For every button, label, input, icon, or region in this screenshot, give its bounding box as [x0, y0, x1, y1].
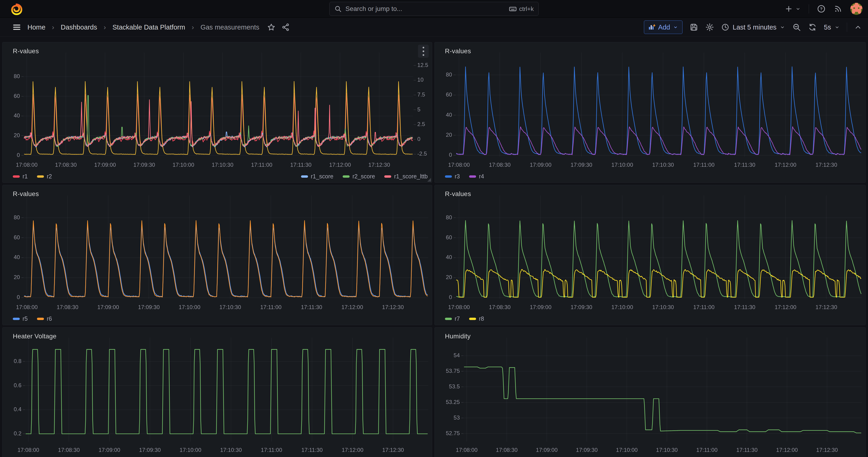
- panel-resize-handle[interactable]: [427, 178, 431, 182]
- toolbar-actions: Add Last 5 minutes: [644, 21, 868, 34]
- favorite-button[interactable]: [267, 23, 276, 31]
- legend-label: r1_score_lttb: [394, 173, 428, 180]
- dashboard-settings-button[interactable]: [705, 23, 714, 32]
- search-shortcut: ctrl+k: [509, 5, 534, 13]
- panel-title[interactable]: R-values: [13, 48, 39, 55]
- chart-canvas[interactable]: [435, 328, 865, 457]
- dashboard-toolbar: Home › Dashboards › Stackable Data Platf…: [0, 18, 868, 37]
- settings-icon: [705, 23, 714, 32]
- help-icon: ?: [817, 4, 826, 13]
- legend-item-r2[interactable]: r2: [37, 173, 52, 180]
- panel-title[interactable]: Humidity: [445, 333, 471, 340]
- chart-canvas[interactable]: [3, 42, 432, 183]
- time-range-picker[interactable]: Last 5 minutes: [721, 23, 785, 31]
- share-button[interactable]: [281, 23, 290, 31]
- legend-item-r1_score[interactable]: r1_score: [301, 173, 333, 180]
- legend-item-r1_score_lttb[interactable]: r1_score_lttb: [384, 173, 428, 180]
- zoom-out-button[interactable]: [792, 23, 801, 32]
- breadcrumb-home[interactable]: Home: [27, 24, 45, 31]
- panel-r-values-4: R-values r7r8: [434, 185, 866, 325]
- legend-label: r8: [479, 315, 484, 322]
- chevron-down-icon: [780, 24, 785, 30]
- topbar-actions: ?: [784, 0, 862, 18]
- chevron-up-icon: [854, 23, 862, 31]
- legend-label: r4: [479, 173, 484, 180]
- legend-swatch: [469, 175, 476, 178]
- legend-item-r6[interactable]: r6: [37, 315, 52, 322]
- legend: r5r6: [13, 315, 52, 322]
- legend-item-r2_score[interactable]: r2_score: [343, 173, 375, 180]
- help-button[interactable]: ?: [817, 4, 826, 13]
- chevron-down-icon: [795, 6, 801, 12]
- legend-label: r2_score: [352, 173, 375, 180]
- legend-right: r1_scorer2_scorer1_score_lttb: [301, 173, 428, 180]
- search-placeholder: Search or jump to...: [345, 5, 505, 12]
- refresh-interval-label: 5s: [824, 24, 831, 31]
- legend-item-r8[interactable]: r8: [469, 315, 484, 322]
- panel-r-values-3: R-values r5r6: [2, 185, 432, 325]
- legend-item-r4[interactable]: r4: [469, 173, 484, 180]
- add-panel-icon: [648, 24, 655, 31]
- chart-canvas[interactable]: [435, 42, 865, 183]
- search-icon: [334, 5, 342, 12]
- panel-title[interactable]: Heater Voltage: [13, 333, 57, 340]
- legend-label: r1: [23, 173, 28, 180]
- legend-item-r1[interactable]: r1: [13, 173, 28, 180]
- panel-title[interactable]: R-values: [13, 190, 39, 198]
- grafana-logo[interactable]: [10, 3, 23, 16]
- breadcrumb-separator: ›: [51, 23, 55, 31]
- panel-title[interactable]: R-values: [445, 48, 471, 55]
- save-dashboard-button[interactable]: [689, 23, 698, 32]
- panel-r-values-1: R-values r1r2 r1_scorer2_scorer1_score_l…: [2, 42, 432, 183]
- new-button[interactable]: [784, 5, 801, 13]
- breadcrumb-dashboards[interactable]: Dashboards: [61, 24, 97, 31]
- mega-menu-button[interactable]: [12, 23, 21, 32]
- breadcrumb-folder[interactable]: Stackable Data Platform: [113, 24, 185, 31]
- legend-label: r5: [23, 315, 28, 322]
- menu-icon: [12, 23, 21, 32]
- share-icon: [281, 23, 290, 31]
- legend-swatch: [13, 175, 20, 178]
- star-icon: [267, 23, 276, 31]
- legend-swatch: [13, 318, 20, 320]
- search-input[interactable]: Search or jump to... ctrl+k: [330, 2, 538, 16]
- breadcrumb-separator: ›: [191, 23, 194, 31]
- refresh-interval-picker[interactable]: 5s: [824, 24, 840, 31]
- chart-canvas[interactable]: [435, 185, 865, 325]
- legend: r3r4: [445, 173, 484, 180]
- plus-icon: [784, 5, 793, 13]
- legend-label: r6: [47, 315, 52, 322]
- legend-item-r3[interactable]: r3: [445, 173, 460, 180]
- news-button[interactable]: [834, 4, 842, 13]
- legend-item-r7[interactable]: r7: [445, 315, 460, 322]
- zoom-out-icon: [792, 23, 801, 32]
- legend-label: r2: [47, 173, 52, 180]
- keyboard-icon: [509, 5, 517, 13]
- legend-swatch: [343, 175, 350, 178]
- legend-item-r5[interactable]: r5: [13, 315, 28, 322]
- topbar-divider: [809, 4, 809, 13]
- news-icon: [834, 4, 842, 13]
- legend-swatch: [445, 175, 452, 178]
- chart-canvas[interactable]: [3, 185, 432, 325]
- chevron-down-icon: [673, 25, 678, 30]
- legend-label: r7: [455, 315, 460, 322]
- panel-title[interactable]: R-values: [445, 190, 471, 198]
- legend: r1r2: [13, 173, 52, 180]
- legend-swatch: [384, 175, 391, 178]
- breadcrumb-current: Gas measurements: [200, 24, 259, 31]
- kebab-icon: [423, 47, 424, 49]
- avatar[interactable]: [850, 3, 862, 15]
- legend-label: r1_score: [311, 173, 333, 180]
- chevron-down-icon: [834, 24, 840, 30]
- legend: r7r8: [445, 315, 484, 322]
- collapse-toolbar-button[interactable]: [854, 23, 862, 31]
- add-button[interactable]: Add: [644, 21, 682, 34]
- legend-swatch: [445, 318, 452, 320]
- panel-menu-button[interactable]: [418, 44, 429, 58]
- refresh-button[interactable]: [808, 23, 817, 32]
- chart-canvas[interactable]: [3, 328, 432, 457]
- breadcrumb: Home › Dashboards › Stackable Data Platf…: [0, 23, 644, 32]
- legend-swatch: [469, 318, 476, 320]
- legend-swatch: [37, 318, 44, 320]
